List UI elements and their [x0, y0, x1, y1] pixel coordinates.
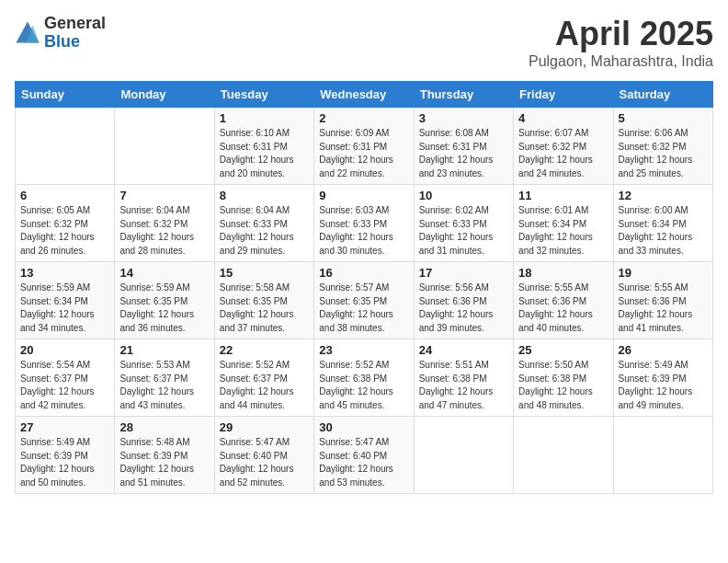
- day-number: 9: [319, 189, 408, 202]
- calendar-location: Pulgaon, Maharashtra, India: [529, 53, 713, 70]
- day-info: Sunrise: 6:07 AMSunset: 6:32 PMDaylight:…: [518, 127, 608, 180]
- calendar-cell: 30Sunrise: 5:47 AMSunset: 6:40 PMDayligh…: [314, 417, 414, 494]
- calendar-cell: 27Sunrise: 5:49 AMSunset: 6:39 PMDayligh…: [16, 417, 115, 494]
- calendar-cell: 2Sunrise: 6:09 AMSunset: 6:31 PMDaylight…: [314, 108, 414, 185]
- day-info: Sunrise: 6:04 AMSunset: 6:33 PMDaylight:…: [220, 204, 309, 258]
- day-header-friday: Friday: [514, 82, 613, 108]
- day-number: 5: [619, 111, 708, 125]
- calendar-cell: 7Sunrise: 6:04 AMSunset: 6:32 PMDaylight…: [115, 185, 214, 262]
- day-number: 25: [518, 343, 608, 357]
- calendar-cell: 4Sunrise: 6:07 AMSunset: 6:32 PMDaylight…: [514, 108, 613, 185]
- day-number: 6: [20, 189, 109, 202]
- day-info: Sunrise: 5:59 AMSunset: 6:34 PMDaylight:…: [20, 282, 109, 335]
- calendar-cell: 13Sunrise: 5:59 AMSunset: 6:34 PMDayligh…: [16, 262, 115, 339]
- day-header-tuesday: Tuesday: [214, 82, 313, 108]
- day-number: 30: [319, 420, 408, 434]
- calendar-cell: 18Sunrise: 5:55 AMSunset: 6:36 PMDayligh…: [514, 262, 613, 339]
- calendar-week-row: 1Sunrise: 6:10 AMSunset: 6:31 PMDaylight…: [16, 108, 713, 185]
- calendar-week-row: 20Sunrise: 5:54 AMSunset: 6:37 PMDayligh…: [16, 339, 713, 417]
- day-number: 3: [419, 111, 508, 125]
- calendar-week-row: 27Sunrise: 5:49 AMSunset: 6:39 PMDayligh…: [16, 417, 713, 494]
- calendar-cell: [514, 417, 613, 494]
- calendar-cell: 28Sunrise: 5:48 AMSunset: 6:39 PMDayligh…: [115, 417, 214, 494]
- logo: General Blue: [15, 15, 106, 52]
- calendar-cell: 14Sunrise: 5:59 AMSunset: 6:35 PMDayligh…: [115, 262, 214, 339]
- day-number: 19: [619, 266, 708, 280]
- calendar-cell: 12Sunrise: 6:00 AMSunset: 6:34 PMDayligh…: [613, 185, 712, 262]
- day-number: 17: [419, 266, 508, 280]
- day-info: Sunrise: 5:47 AMSunset: 6:40 PMDaylight:…: [319, 436, 408, 489]
- day-info: Sunrise: 5:59 AMSunset: 6:35 PMDaylight:…: [119, 282, 209, 335]
- day-header-saturday: Saturday: [613, 82, 712, 108]
- day-header-thursday: Thursday: [414, 82, 513, 108]
- calendar-table: SundayMondayTuesdayWednesdayThursdayFrid…: [15, 81, 713, 494]
- day-number: 2: [319, 111, 408, 125]
- calendar-cell: 6Sunrise: 6:05 AMSunset: 6:32 PMDaylight…: [16, 185, 115, 262]
- calendar-cell: 24Sunrise: 5:51 AMSunset: 6:38 PMDayligh…: [414, 339, 513, 417]
- day-info: Sunrise: 5:54 AMSunset: 6:37 PMDaylight:…: [20, 359, 109, 412]
- day-info: Sunrise: 5:58 AMSunset: 6:35 PMDaylight:…: [220, 282, 309, 335]
- day-info: Sunrise: 6:10 AMSunset: 6:31 PMDaylight:…: [220, 127, 309, 180]
- calendar-cell: 3Sunrise: 6:08 AMSunset: 6:31 PMDaylight…: [414, 108, 513, 185]
- day-number: 15: [220, 266, 309, 280]
- day-info: Sunrise: 5:51 AMSunset: 6:38 PMDaylight:…: [419, 359, 508, 412]
- day-number: 14: [119, 266, 209, 280]
- day-number: 29: [220, 420, 309, 434]
- calendar-cell: 17Sunrise: 5:56 AMSunset: 6:36 PMDayligh…: [414, 262, 513, 339]
- day-header-wednesday: Wednesday: [314, 82, 414, 108]
- logo-icon: [15, 20, 40, 46]
- day-info: Sunrise: 5:56 AMSunset: 6:36 PMDaylight:…: [419, 282, 508, 335]
- day-number: 21: [119, 343, 209, 357]
- logo-blue-text: Blue: [44, 33, 106, 52]
- calendar-cell: 9Sunrise: 6:03 AMSunset: 6:33 PMDaylight…: [314, 185, 414, 262]
- day-info: Sunrise: 6:02 AMSunset: 6:33 PMDaylight:…: [419, 204, 508, 258]
- day-info: Sunrise: 5:47 AMSunset: 6:40 PMDaylight:…: [220, 436, 309, 489]
- day-number: 24: [419, 343, 508, 357]
- calendar-header-row: SundayMondayTuesdayWednesdayThursdayFrid…: [16, 82, 713, 108]
- day-number: 1: [220, 111, 309, 125]
- title-block: April 2025 Pulgaon, Maharashtra, India: [529, 15, 713, 70]
- day-number: 27: [20, 420, 109, 434]
- day-info: Sunrise: 5:49 AMSunset: 6:39 PMDaylight:…: [619, 359, 708, 412]
- day-number: 7: [119, 189, 209, 202]
- day-number: 13: [20, 266, 109, 280]
- calendar-cell: 25Sunrise: 5:50 AMSunset: 6:38 PMDayligh…: [514, 339, 613, 417]
- logo-general-text: General: [44, 15, 106, 33]
- day-number: 18: [518, 266, 608, 280]
- calendar-cell: 8Sunrise: 6:04 AMSunset: 6:33 PMDaylight…: [214, 185, 313, 262]
- day-number: 16: [319, 266, 408, 280]
- calendar-cell: [16, 108, 115, 185]
- calendar-week-row: 13Sunrise: 5:59 AMSunset: 6:34 PMDayligh…: [16, 262, 713, 339]
- day-info: Sunrise: 6:09 AMSunset: 6:31 PMDaylight:…: [319, 127, 408, 180]
- calendar-cell: 10Sunrise: 6:02 AMSunset: 6:33 PMDayligh…: [414, 185, 513, 262]
- calendar-cell: 21Sunrise: 5:53 AMSunset: 6:37 PMDayligh…: [115, 339, 214, 417]
- day-info: Sunrise: 6:05 AMSunset: 6:32 PMDaylight:…: [20, 204, 109, 258]
- day-number: 20: [20, 343, 109, 357]
- day-info: Sunrise: 5:52 AMSunset: 6:37 PMDaylight:…: [220, 359, 309, 412]
- day-number: 28: [119, 420, 209, 434]
- day-info: Sunrise: 5:48 AMSunset: 6:39 PMDaylight:…: [119, 436, 209, 489]
- calendar-cell: 29Sunrise: 5:47 AMSunset: 6:40 PMDayligh…: [214, 417, 313, 494]
- calendar-cell: 15Sunrise: 5:58 AMSunset: 6:35 PMDayligh…: [214, 262, 313, 339]
- day-info: Sunrise: 6:03 AMSunset: 6:33 PMDaylight:…: [319, 204, 408, 258]
- day-info: Sunrise: 5:55 AMSunset: 6:36 PMDaylight:…: [619, 282, 708, 335]
- calendar-cell: 23Sunrise: 5:52 AMSunset: 6:38 PMDayligh…: [314, 339, 414, 417]
- calendar-cell: 1Sunrise: 6:10 AMSunset: 6:31 PMDaylight…: [214, 108, 313, 185]
- page-header: General Blue April 2025 Pulgaon, Maharas…: [15, 15, 713, 70]
- calendar-cell: 19Sunrise: 5:55 AMSunset: 6:36 PMDayligh…: [613, 262, 712, 339]
- calendar-cell: 16Sunrise: 5:57 AMSunset: 6:35 PMDayligh…: [314, 262, 414, 339]
- calendar-cell: 20Sunrise: 5:54 AMSunset: 6:37 PMDayligh…: [16, 339, 115, 417]
- day-info: Sunrise: 5:52 AMSunset: 6:38 PMDaylight:…: [319, 359, 408, 412]
- calendar-cell: 26Sunrise: 5:49 AMSunset: 6:39 PMDayligh…: [613, 339, 712, 417]
- day-info: Sunrise: 6:01 AMSunset: 6:34 PMDaylight:…: [518, 204, 608, 258]
- day-info: Sunrise: 5:55 AMSunset: 6:36 PMDaylight:…: [518, 282, 608, 335]
- calendar-cell: 22Sunrise: 5:52 AMSunset: 6:37 PMDayligh…: [214, 339, 313, 417]
- calendar-cell: [414, 417, 513, 494]
- day-header-monday: Monday: [115, 82, 214, 108]
- day-info: Sunrise: 5:50 AMSunset: 6:38 PMDaylight:…: [518, 359, 608, 412]
- day-info: Sunrise: 6:00 AMSunset: 6:34 PMDaylight:…: [619, 204, 708, 258]
- day-number: 11: [518, 189, 608, 202]
- day-number: 8: [220, 189, 309, 202]
- day-number: 22: [220, 343, 309, 357]
- day-info: Sunrise: 6:08 AMSunset: 6:31 PMDaylight:…: [419, 127, 508, 180]
